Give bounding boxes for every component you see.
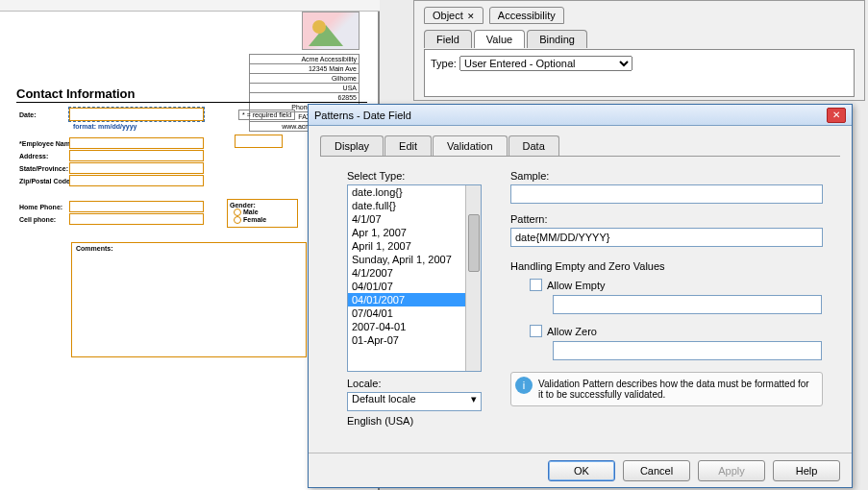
addr-line: USA (249, 84, 360, 93)
required-legend: * = required field (238, 110, 295, 120)
panel-body: Type: User Entered - Optional (424, 49, 855, 97)
list-item[interactable]: date.long{} (348, 185, 481, 199)
tab-validation[interactable]: Validation (433, 135, 508, 156)
allow-empty-checkbox[interactable] (530, 279, 542, 291)
state-field[interactable] (69, 162, 204, 174)
cancel-button[interactable]: Cancel (623, 460, 690, 481)
select-type-label: Select Type: (347, 170, 482, 182)
male-label: Male (243, 208, 259, 215)
info-note: i Validation Pattern describes how the d… (510, 372, 823, 406)
type-label: Type: (431, 58, 457, 69)
employee-label: *Employee Name: (19, 140, 76, 147)
tab-object[interactable]: Object✕ (424, 7, 484, 24)
dialog-title: Patterns - Date Field (314, 110, 411, 121)
scroll-thumb[interactable] (468, 214, 480, 272)
sample-input[interactable] (510, 184, 823, 204)
close-button[interactable]: ✕ (827, 108, 846, 123)
date-format-hint: format: mm/dd/yyyy (73, 123, 137, 130)
date-field[interactable] (69, 108, 204, 121)
section-rule (16, 102, 367, 103)
list-item[interactable]: 04/01/2007 (348, 293, 481, 306)
date-label: Date: (19, 111, 37, 118)
tab-display[interactable]: Display (320, 135, 384, 156)
state-label: State/Province: (19, 165, 68, 172)
homephone-label: Home Phone: (19, 204, 62, 210)
ruler (0, 0, 380, 12)
addr-line: Acme Accessibility (249, 54, 360, 64)
allow-empty-input[interactable] (553, 295, 822, 314)
note-text: Validation Pattern describes how the dat… (538, 379, 809, 400)
patterns-dialog: Patterns - Date Field ✕ Display Edit Val… (308, 104, 853, 488)
allow-zero-input[interactable] (553, 341, 822, 360)
type-select[interactable]: User Entered - Optional (459, 56, 632, 71)
list-item[interactable]: April 1, 2007 (348, 239, 481, 253)
homephone-field[interactable] (69, 201, 204, 212)
zip-field[interactable] (69, 175, 204, 186)
female-radio[interactable] (234, 216, 241, 224)
pattern-input[interactable] (510, 228, 823, 247)
subtab-binding[interactable]: Binding (527, 30, 587, 48)
cellphone-label: Cell phone: (19, 216, 56, 223)
subtab-value[interactable]: Value (474, 30, 525, 48)
select-type-list[interactable]: date.long{} date.full{} 4/1/07 Apr 1, 20… (347, 184, 482, 372)
object-panel: Object✕ Accessibility Field Value Bindin… (413, 0, 865, 101)
tab-data[interactable]: Data (508, 135, 559, 156)
logo-image (302, 12, 360, 50)
locale-select[interactable]: Default locale (347, 392, 482, 411)
list-item[interactable]: date.full{} (348, 199, 481, 212)
allow-zero-checkbox[interactable] (530, 325, 542, 337)
list-item[interactable]: 4/1/2007 (348, 266, 481, 280)
address-label: Address: (19, 153, 48, 159)
tab-edit[interactable]: Edit (384, 135, 432, 156)
subtab-field[interactable]: Field (424, 30, 472, 48)
cellphone-field[interactable] (69, 213, 204, 225)
gender-group: Gender: Male Female (227, 199, 298, 228)
info-icon: i (515, 377, 533, 394)
list-item[interactable]: Apr 1, 2007 (348, 226, 481, 239)
female-label: Female (243, 216, 266, 223)
list-item[interactable]: 2007-04-01 (348, 320, 481, 333)
gender-label: Gender: (230, 202, 256, 208)
ok-button[interactable]: OK (548, 460, 615, 481)
tab-accessibility[interactable]: Accessibility (489, 7, 564, 24)
employee-field[interactable] (69, 137, 204, 149)
list-item[interactable]: Sunday, April 1, 2007 (348, 253, 481, 266)
list-item[interactable]: 4/1/07 (348, 212, 481, 226)
addr-line: 12345 Main Ave (249, 64, 360, 74)
allow-empty-label: Allow Empty (547, 280, 606, 291)
handling-label: Handling Empty and Zero Values (510, 260, 823, 272)
help-button[interactable]: Help (773, 460, 840, 481)
male-radio[interactable] (234, 208, 241, 216)
zip-label: Zip/Postal Code: (19, 178, 72, 184)
close-icon[interactable]: ✕ (467, 12, 475, 21)
scrollbar[interactable] (465, 185, 481, 371)
addr-line: Gilhome (249, 74, 360, 84)
allow-zero-label: Allow Zero (547, 326, 597, 337)
comments-label: Comments: (76, 245, 113, 252)
list-item[interactable]: 04/01/07 (348, 280, 481, 293)
sample-label: Sample: (510, 170, 823, 182)
locale-label: Locale: (347, 378, 482, 389)
list-item[interactable]: 07/04/01 (348, 306, 481, 320)
section-title: Contact Information (16, 86, 136, 101)
aux-field[interactable] (235, 135, 283, 148)
dialog-titlebar[interactable]: Patterns - Date Field ✕ (309, 105, 852, 126)
list-item[interactable]: 01-Apr-07 (348, 333, 481, 347)
locale-resolved: English (USA) (347, 415, 482, 427)
apply-button[interactable]: Apply (698, 460, 765, 481)
address-field[interactable] (69, 150, 204, 161)
pattern-label: Pattern: (510, 213, 823, 225)
comments-field[interactable]: Comments: (71, 242, 307, 357)
